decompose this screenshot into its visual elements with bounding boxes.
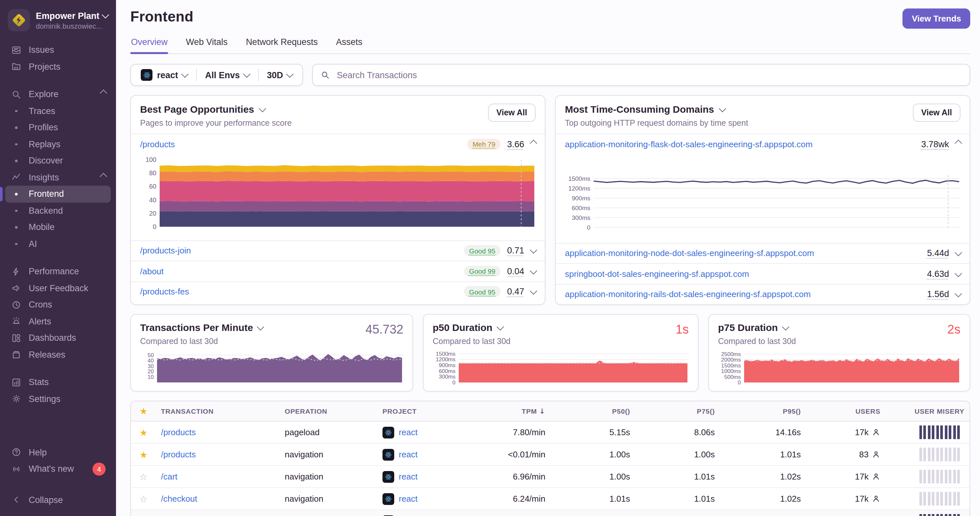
chevron-down-icon[interactable] [955,249,961,256]
tab-web-vitals[interactable]: Web Vitals [185,37,228,53]
misery-bar [928,426,930,439]
org-switcher[interactable]: Empower Plant dominik.buszowiec... [0,6,116,39]
opportunity-row[interactable]: /productsMeh 793.66 [131,133,545,154]
domain-link[interactable]: application-monitoring-rails-dot-sales-e… [565,290,811,299]
column-header-transaction[interactable]: TRANSACTION [156,407,280,415]
tab-assets[interactable]: Assets [335,37,363,53]
domain-link[interactable]: application-monitoring-flask-dot-sales-e… [565,140,813,149]
project-link[interactable]: react [399,449,418,459]
project-link[interactable]: react [399,494,418,503]
domain-row[interactable]: application-monitoring-node-dot-sales-en… [556,243,970,263]
sidebar-item-explore[interactable]: Explore [5,86,111,103]
misery-bar [945,492,947,506]
transaction-link[interactable]: /cart [161,472,178,481]
column-header-user-misery[interactable]: USER MISERY [886,407,970,415]
svg-text:1500ms: 1500ms [568,175,590,182]
sidebar-item-issues[interactable]: Issues [5,42,111,58]
project-link[interactable]: react [399,427,418,437]
svg-text:20: 20 [149,210,156,217]
domain-link[interactable]: springboot-dot-sales-engineering-sf.apps… [565,269,749,279]
page-link[interactable]: /about [140,267,164,276]
sidebar-item-releases[interactable]: Releases [5,346,111,363]
column-header-users[interactable]: USERS [806,407,886,415]
project-link[interactable]: react [399,472,418,481]
sidebar-item-alerts[interactable]: Alerts [5,313,111,330]
svg-text:1000ms: 1000ms [721,368,741,374]
tpm-chart: 5040302010 [140,349,403,387]
chevron-down-icon[interactable] [955,290,961,297]
org-name: Empower Plant [36,11,108,21]
column-header-tpm[interactable]: TPM ↓ [474,407,550,415]
transaction-link[interactable]: /checkout [161,494,197,503]
domains-view-all-button[interactable]: View All [913,103,961,122]
date-range-filter[interactable]: 30D [258,70,301,80]
sidebar-item-what-s-new[interactable]: What's new4 [5,460,111,477]
opportunity-row[interactable]: /aboutGood 990.04 [131,260,545,281]
sidebar-item-projects[interactable]: Projects [5,58,111,75]
domains-title[interactable]: Most Time-Consuming Domains [565,103,748,115]
transaction-link[interactable]: /products [161,427,196,437]
opportunities-title[interactable]: Best Page Opportunities [140,103,292,115]
opportunity-row[interactable]: /products-fesGood 950.47 [131,281,545,302]
transactions-table-header: ★TRANSACTIONOPERATIONPROJECTTPM ↓P50()P7… [131,401,970,422]
project-cell: react [377,426,474,438]
chevron-down-icon[interactable] [530,246,536,253]
transaction-cell: /products [156,427,280,437]
sidebar-item-profiles[interactable]: Profiles [5,119,111,136]
sidebar-item-ai[interactable]: AI [5,235,111,252]
column-header-p50[interactable]: P50() [550,407,635,415]
sidebar-item-mobile[interactable]: Mobile [5,219,111,235]
tpm-title[interactable]: Transactions Per Minute [140,322,403,333]
column-header-p75[interactable]: P75() [635,407,720,415]
misery-bar [936,426,939,439]
opportunity-row[interactable]: /products-joinGood 950.71 [131,240,545,260]
column-header-p95[interactable]: P95() [720,407,806,415]
tab-network-requests[interactable]: Network Requests [245,37,319,53]
sidebar-item-help[interactable]: Help [5,444,111,460]
page-link[interactable]: /products-fes [140,287,189,297]
domain-row[interactable]: application-monitoring-rails-dot-sales-e… [556,284,970,304]
chevron-down-icon[interactable] [530,267,536,274]
p50-title[interactable]: p50 Duration [433,322,689,333]
domain-row[interactable]: application-monitoring-flask-dot-sales-e… [556,133,970,154]
project-filter[interactable]: react [132,69,196,81]
sidebar-item-crons[interactable]: Crons [5,297,111,313]
sidebar-item-settings[interactable]: Settings [5,391,111,407]
chevron-down-icon[interactable] [955,269,961,276]
view-trends-button[interactable]: View Trends [903,8,970,29]
chevron-up-icon[interactable] [955,140,961,147]
sidebar-item-insights[interactable]: Insights [5,169,111,186]
sidebar-item-performance[interactable]: Performance [5,263,111,280]
misery-bar [957,492,960,506]
domain-link[interactable]: application-monitoring-node-dot-sales-en… [565,249,814,258]
star-toggle[interactable]: ☆ [131,472,156,482]
chevron-down-icon[interactable] [530,287,536,294]
chevron-up-icon[interactable] [530,140,536,147]
svg-text:0: 0 [738,379,741,386]
transaction-link[interactable]: /products [161,449,196,459]
column-header-project[interactable]: PROJECT [377,407,474,415]
page-link[interactable]: /products-join [140,246,191,256]
column-header-operation[interactable]: OPERATION [280,407,377,415]
p75-title[interactable]: p75 Duration [718,322,961,333]
star-toggle[interactable]: ★ [131,449,156,460]
sidebar-item-traces[interactable]: Traces [5,103,111,119]
search-input[interactable] [336,69,962,81]
p50-subtitle: Compared to last 30d [433,337,689,346]
sidebar-item-user-feedback[interactable]: User Feedback [5,280,111,297]
page-link[interactable]: /products [140,140,175,149]
sidebar-item-collapse[interactable]: Collapse [5,492,111,508]
domain-row[interactable]: springboot-dot-sales-engineering-sf.apps… [556,263,970,284]
filter-bar: react All Envs 30D [130,64,970,86]
sidebar-item-backend[interactable]: Backend [5,202,111,219]
opportunities-view-all-button[interactable]: View All [488,103,536,122]
sidebar-item-stats[interactable]: Stats [5,374,111,391]
sidebar-item-frontend[interactable]: Frontend [5,186,111,202]
star-toggle[interactable]: ★ [131,427,156,438]
tab-overview[interactable]: Overview [130,37,169,53]
sidebar-item-discover[interactable]: Discover [5,152,111,169]
star-toggle[interactable]: ☆ [131,494,156,504]
sidebar-item-replays[interactable]: Replays [5,136,111,152]
sidebar-item-dashboards[interactable]: Dashboards [5,330,111,346]
environment-filter[interactable]: All Envs [197,70,258,80]
